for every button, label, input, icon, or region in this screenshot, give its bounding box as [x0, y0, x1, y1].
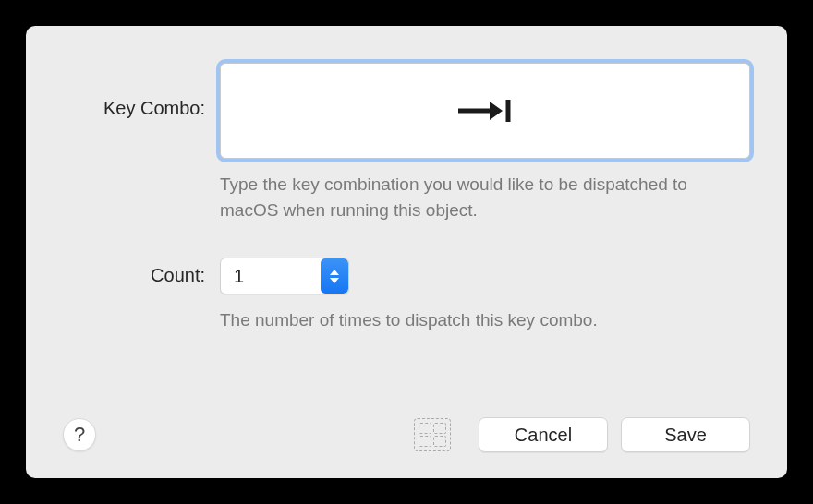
- count-label: Count:: [63, 258, 220, 286]
- count-select[interactable]: 1: [220, 258, 349, 294]
- key-combo-field[interactable]: [220, 63, 750, 159]
- svg-marker-1: [490, 102, 503, 120]
- key-combo-help-text: Type the key combination you would like …: [220, 172, 750, 222]
- button-bar: ? Cancel Save: [63, 417, 750, 452]
- count-value: 1: [221, 258, 321, 294]
- grid-cell: [419, 423, 431, 434]
- count-input-col: 1 The number of times to dispatch this k…: [220, 258, 750, 333]
- count-row: Count: 1 The number of times to dispatch…: [63, 258, 750, 333]
- save-button[interactable]: Save: [621, 417, 750, 452]
- key-combo-row: Key Combo: Type the key combination you …: [63, 63, 750, 222]
- count-stepper[interactable]: [321, 258, 348, 294]
- count-help-text: The number of times to dispatch this key…: [220, 307, 750, 333]
- chevron-up-icon: [330, 270, 339, 275]
- grid-cell: [433, 423, 446, 434]
- grid-cell: [433, 436, 446, 447]
- help-button[interactable]: ?: [63, 418, 96, 451]
- grid-cell: [419, 436, 431, 447]
- grid-view-icon[interactable]: [414, 418, 451, 451]
- key-combo-dialog: Key Combo: Type the key combination you …: [26, 26, 787, 478]
- tab-key-icon: [456, 97, 514, 125]
- key-combo-label: Key Combo:: [63, 63, 220, 119]
- cancel-button[interactable]: Cancel: [479, 417, 608, 452]
- key-combo-input-col: Type the key combination you would like …: [220, 63, 750, 222]
- chevron-down-icon: [330, 278, 339, 283]
